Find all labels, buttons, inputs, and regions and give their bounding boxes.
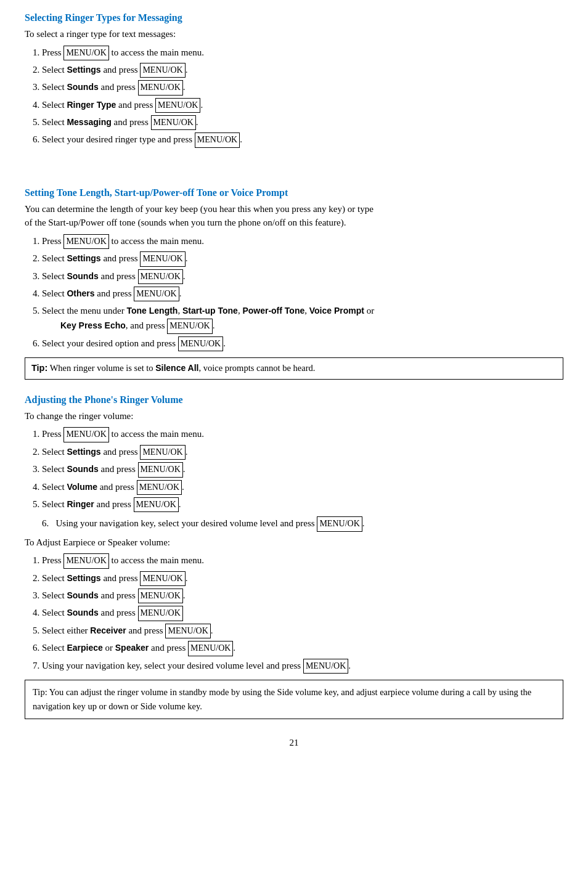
- kbd-menu-ok: MENU/OK: [63, 553, 108, 568]
- label-settings: Settings: [67, 65, 100, 75]
- kbd-menu-ok: MENU/OK: [63, 46, 108, 60]
- label-speaker: Speaker: [115, 643, 149, 653]
- list-item: Press MENU/OK to access the main menu.: [42, 45, 563, 60]
- label-startup-tone: Start-up Tone: [182, 306, 238, 316]
- kbd-menu-ok: MENU/OK: [63, 427, 108, 442]
- list-item: Select Settings and press MENU/OK.: [42, 444, 563, 460]
- label-volume: Volume: [67, 482, 97, 492]
- tip-box-ringer-volume: Tip: You can adjust the ringer volume in…: [25, 680, 563, 719]
- list-item: Select Settings and press MENU/OK.: [42, 62, 563, 78]
- tip-label-ringer: Tip:: [33, 687, 47, 697]
- kbd-menu-ok: MENU/OK: [138, 606, 183, 621]
- list-item: Select Sounds and press MENU/OK.: [42, 588, 563, 603]
- steps-ringer-volume: Press MENU/OK to access the main menu. S…: [42, 426, 563, 512]
- kbd-menu-ok: MENU/OK: [165, 624, 210, 638]
- kbd-menu-ok: MENU/OK: [138, 589, 183, 603]
- label-settings: Settings: [67, 573, 100, 583]
- kbd-menu-ok: MENU/OK: [140, 63, 185, 78]
- intro-selecting-ringer-types: To select a ringer type for text message…: [25, 27, 563, 41]
- list-item: Select Earpiece or Speaker and press MEN…: [42, 640, 563, 656]
- list-item: Select Volume and press MENU/OK.: [42, 479, 563, 495]
- list-item: Select Sounds and press MENU/OK: [42, 605, 563, 621]
- intro-adjusting-ringer-volume: To change the ringer volume:: [25, 409, 563, 423]
- section-selecting-ringer-types: Selecting Ringer Types for Messaging To …: [25, 12, 563, 148]
- label-messaging: Messaging: [67, 117, 111, 127]
- heading-adjusting-ringer-volume: Adjusting the Phone's Ringer Volume: [25, 394, 563, 405]
- tip-label: Tip:: [31, 363, 47, 373]
- label-tone-length: Tone Length: [126, 306, 178, 316]
- label-sounds: Sounds: [67, 271, 98, 281]
- list-item: Select Messaging and press MENU/OK.: [42, 115, 563, 130]
- steps-selecting-ringer-types: Press MENU/OK to access the main menu. S…: [42, 45, 563, 148]
- section-adjusting-ringer-volume: Adjusting the Phone's Ringer Volume To c…: [25, 394, 563, 719]
- kbd-menu-ok: MENU/OK: [303, 659, 348, 674]
- kbd-menu-ok: MENU/OK: [188, 641, 233, 656]
- label-sounds2: Sounds: [67, 608, 98, 617]
- kbd-menu-ok: MENU/OK: [63, 234, 108, 249]
- kbd-menu-ok: MENU/OK: [137, 480, 182, 495]
- kbd-menu-ok: MENU/OK: [140, 571, 185, 586]
- list-item: Press MENU/OK to access the main menu.: [42, 234, 563, 249]
- heading-selecting-ringer-types: Selecting Ringer Types for Messaging: [25, 12, 563, 23]
- tip-box-silence-all: Tip: When ringer volume is set to Silenc…: [25, 357, 563, 380]
- label-others: Others: [67, 288, 94, 298]
- label-earpiece: Earpiece: [67, 643, 102, 653]
- intro-setting-tone-length: You can determine the length of your key…: [25, 202, 563, 230]
- label-poweroff-tone: Power-off Tone: [242, 306, 304, 316]
- heading-setting-tone-length: Setting Tone Length, Start-up/Power-off …: [25, 187, 563, 198]
- list-item: Select Sounds and press MENU/OK.: [42, 269, 563, 284]
- label-sounds: Sounds: [67, 590, 98, 600]
- list-item: Select Settings and press MENU/OK.: [42, 571, 563, 586]
- kbd-menu-ok: MENU/OK: [195, 132, 240, 147]
- label-receiver: Receiver: [90, 625, 126, 635]
- step6-ringer-volume: 6. Using your navigation key, select you…: [42, 516, 563, 531]
- list-item: Select Settings and press MENU/OK.: [42, 251, 563, 266]
- label-settings: Settings: [67, 447, 100, 457]
- label-key-press-echo: Key Press Echo: [60, 320, 126, 330]
- list-item: Press MENU/OK to access the main menu.: [42, 553, 563, 568]
- list-item: Select either Receiver and press MENU/OK…: [42, 623, 563, 638]
- kbd-menu-ok: MENU/OK: [140, 445, 185, 460]
- kbd-menu-ok: MENU/OK: [155, 98, 200, 113]
- label-settings: Settings: [67, 253, 100, 263]
- kbd-menu-ok: MENU/OK: [178, 336, 223, 351]
- label-silence-all: Silence All: [155, 363, 198, 373]
- list-item: Select Others and press MENU/OK.: [42, 286, 563, 301]
- list-item: Select Sounds and press MENU/OK.: [42, 462, 563, 477]
- label-sounds: Sounds: [67, 82, 98, 92]
- list-item: Press MENU/OK to access the main menu.: [42, 426, 563, 442]
- kbd-menu-ok: MENU/OK: [134, 287, 179, 301]
- kbd-menu-ok: MENU/OK: [138, 80, 183, 95]
- kbd-menu-ok: MENU/OK: [167, 319, 212, 333]
- list-item: Select Ringer Type and press MENU/OK.: [42, 97, 563, 113]
- label-ringer-type: Ringer Type: [67, 100, 116, 110]
- kbd-menu-ok: MENU/OK: [317, 516, 362, 531]
- label-ringer: Ringer: [67, 499, 94, 509]
- list-item: Select Ringer and press MENU/OK.: [42, 497, 563, 512]
- list-item: Select your desired ringer type and pres…: [42, 132, 563, 147]
- kbd-menu-ok: MENU/OK: [140, 251, 185, 266]
- kbd-menu-ok: MENU/OK: [138, 462, 183, 477]
- list-item: Select the menu under Tone Length, Start…: [42, 303, 563, 333]
- intro-earpiece-speaker: To Adjust Earpiece or Speaker volume:: [25, 536, 563, 550]
- kbd-menu-ok: MENU/OK: [134, 497, 179, 512]
- steps-setting-tone-length: Press MENU/OK to access the main menu. S…: [42, 234, 563, 351]
- list-item: Using your navigation key, select your d…: [42, 658, 563, 674]
- label-sounds: Sounds: [67, 464, 98, 474]
- list-item: Select your desired option and press MEN…: [42, 336, 563, 351]
- kbd-menu-ok: MENU/OK: [138, 269, 183, 284]
- steps-earpiece-speaker: Press MENU/OK to access the main menu. S…: [42, 553, 563, 674]
- label-voice-prompt: Voice Prompt: [309, 306, 364, 316]
- list-item: Select Sounds and press MENU/OK.: [42, 79, 563, 95]
- kbd-menu-ok: MENU/OK: [151, 115, 196, 130]
- page-number: 21: [25, 738, 563, 748]
- section-setting-tone-length: Setting Tone Length, Start-up/Power-off …: [25, 187, 563, 380]
